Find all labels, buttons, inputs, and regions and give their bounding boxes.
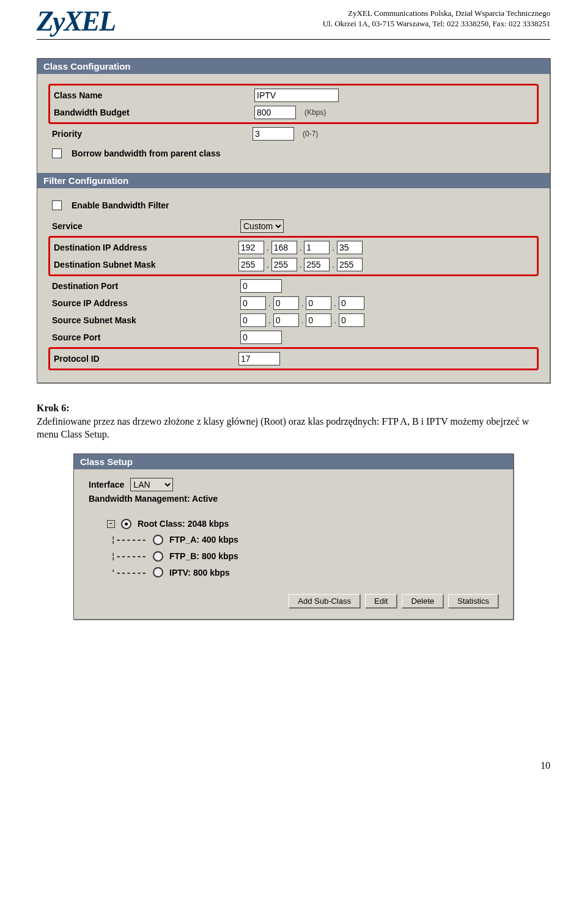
row-service: Service Custom	[52, 218, 535, 235]
priority-input[interactable]	[253, 127, 294, 141]
dest-ip-2[interactable]	[271, 241, 297, 254]
delete-button[interactable]: Delete	[402, 594, 443, 608]
tree-collapse-icon[interactable]: −	[107, 520, 115, 528]
src-mask-2[interactable]	[273, 314, 299, 327]
enable-filter-checkbox[interactable]	[52, 200, 62, 210]
row-dest-port: Destination Port	[52, 277, 535, 295]
src-ip-group: . . .	[240, 296, 364, 310]
src-ip-4[interactable]	[339, 296, 364, 310]
tree-root-label: Root Class: 2048 kbps	[138, 516, 229, 532]
header-line1: ZyXEL Communications Polska, Dział Wspar…	[323, 9, 550, 19]
src-mask-1[interactable]	[240, 314, 266, 327]
tree-root-radio[interactable]	[121, 519, 131, 529]
tree-child-radio[interactable]	[153, 567, 163, 578]
dest-ip-1[interactable]	[238, 241, 264, 254]
tree-branch-icon: ¦------	[111, 548, 147, 565]
row-priority: Priority (0-7)	[52, 125, 535, 142]
row-protocol-id: Protocol ID	[54, 350, 533, 367]
label-bwm-active: Bandwidth Management: Active	[89, 494, 498, 504]
dest-mask-3[interactable]	[304, 258, 330, 271]
tree-branch-icon: ¦------	[111, 532, 147, 548]
dest-port-input[interactable]	[240, 279, 282, 293]
src-ip-3[interactable]	[306, 296, 331, 310]
service-select[interactable]: Custom	[240, 219, 284, 233]
dest-mask-4[interactable]	[337, 258, 363, 271]
row-src-mask: Source Subnet Mask . . .	[52, 312, 535, 329]
bw-budget-input[interactable]	[254, 106, 296, 119]
tree-child-radio[interactable]	[153, 535, 163, 545]
filter-config-title: Filter Configuration	[37, 173, 550, 188]
label-bw-budget: Bandwidth Budget	[54, 108, 249, 117]
label-dest-mask: Destination Subnet Mask	[54, 260, 234, 270]
row-dest-mask: Destination Subnet Mask . . .	[54, 256, 533, 273]
row-interface: Interface LAN	[89, 478, 498, 491]
logo: ZyXEL	[37, 7, 115, 35]
label-borrow: Borrow bandwidth from parent class	[72, 148, 220, 158]
class-setup-panel: Class Setup Interface LAN Bandwidth Mana…	[73, 453, 514, 620]
header-line2: Ul. Okrzei 1A, 03-715 Warszawa, Tel: 022…	[323, 19, 550, 29]
dest-mask-group: . . .	[238, 258, 363, 271]
src-mask-4[interactable]	[339, 314, 364, 327]
row-src-port: Source Port	[52, 329, 535, 346]
button-row: Add Sub-Class Edit Delete Statistics	[89, 594, 498, 608]
label-service: Service	[52, 221, 235, 231]
dest-ip-3[interactable]	[304, 241, 330, 254]
tree-child-iptv: '------ IPTV: 800 kbps	[111, 565, 498, 581]
step-text: Krok 6: Zdefiniowane przez nas drzewo zł…	[37, 402, 550, 441]
src-port-input[interactable]	[240, 331, 282, 344]
row-dest-ip: Destination IP Address . . .	[54, 239, 533, 256]
priority-range: (0-7)	[303, 130, 318, 138]
src-mask-3[interactable]	[306, 314, 331, 327]
tree-children: ¦------ FTP_A: 400 kbps ¦------ FTP_B: 8…	[111, 532, 498, 581]
label-dest-port: Destination Port	[52, 281, 235, 291]
interface-select[interactable]: LAN	[130, 478, 173, 491]
dest-mask-1[interactable]	[238, 258, 264, 271]
tree-root-row: − Root Class: 2048 kbps	[107, 516, 498, 532]
row-class-name: Class Name	[54, 87, 533, 104]
header-company-info: ZyXEL Communications Polska, Dział Wspar…	[323, 7, 550, 29]
step-label: Krok 6:	[37, 403, 69, 413]
class-config-panel: Class Configuration Class Name Bandwidth…	[37, 58, 550, 383]
label-src-port: Source Port	[52, 332, 235, 342]
label-src-mask: Source Subnet Mask	[52, 315, 235, 325]
label-dest-ip: Destination IP Address	[54, 243, 234, 252]
label-priority: Priority	[52, 129, 248, 139]
label-enable-filter: Enable Bandwidth Filter	[72, 200, 169, 210]
borrow-checkbox[interactable]	[52, 148, 62, 158]
class-name-input[interactable]	[254, 89, 339, 102]
row-src-ip: Source IP Address . . .	[52, 295, 535, 312]
dest-ip-group: . . .	[238, 241, 363, 254]
tree-child-label: IPTV: 800 kbps	[169, 565, 230, 581]
class-tree: − Root Class: 2048 kbps ¦------ FTP_A: 4…	[107, 516, 498, 581]
tree-child-ftpb: ¦------ FTP_B: 800 kbps	[111, 548, 498, 565]
dest-mask-2[interactable]	[271, 258, 297, 271]
bw-budget-unit: (Kbps)	[305, 108, 326, 117]
statistics-button[interactable]: Statistics	[448, 594, 498, 608]
src-ip-2[interactable]	[273, 296, 299, 310]
tree-branch-icon: '------	[111, 565, 147, 581]
label-src-ip: Source IP Address	[52, 298, 235, 308]
page-header: ZyXEL ZyXEL Communications Polska, Dział…	[37, 7, 550, 40]
class-config-title: Class Configuration	[37, 59, 550, 74]
label-class-name: Class Name	[54, 90, 249, 100]
src-ip-1[interactable]	[240, 296, 266, 310]
edit-button[interactable]: Edit	[365, 594, 397, 608]
row-enable-filter: Enable Bandwidth Filter	[52, 197, 535, 214]
tree-child-ftpa: ¦------ FTP_A: 400 kbps	[111, 532, 498, 548]
page-number: 10	[37, 760, 550, 771]
protocol-id-input[interactable]	[238, 352, 280, 365]
dest-ip-4[interactable]	[337, 241, 363, 254]
row-borrow: Borrow bandwidth from parent class	[52, 145, 535, 162]
src-mask-group: . . .	[240, 314, 364, 327]
label-interface: Interface	[89, 480, 124, 490]
tree-child-radio[interactable]	[153, 551, 163, 562]
row-bw-budget: Bandwidth Budget (Kbps)	[54, 104, 533, 121]
step-paragraph: Zdefiniowane przez nas drzewo złożone z …	[37, 416, 529, 440]
label-protocol-id: Protocol ID	[54, 354, 234, 364]
tree-child-label: FTP_B: 800 kbps	[169, 548, 238, 565]
class-setup-title: Class Setup	[74, 454, 513, 469]
add-sub-class-button[interactable]: Add Sub-Class	[289, 594, 360, 608]
tree-child-label: FTP_A: 400 kbps	[169, 532, 238, 548]
